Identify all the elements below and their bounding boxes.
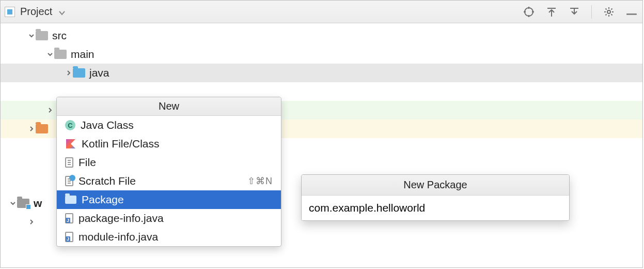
scratch-file-icon (65, 176, 73, 186)
folder-icon (54, 50, 67, 59)
menu-item-package[interactable]: Package (57, 190, 281, 209)
expand-all-icon[interactable] (545, 5, 558, 19)
folder-icon (36, 31, 48, 40)
kotlin-icon (65, 138, 76, 150)
new-package-dialog: New Package (301, 174, 570, 221)
chevron-right-icon[interactable] (27, 219, 36, 225)
menu-item-label: Package (82, 193, 124, 206)
new-context-menu: New C Java Class Kotlin File/Class File … (56, 97, 281, 247)
java-file-icon: J (65, 232, 73, 242)
chevron-right-icon[interactable] (65, 70, 73, 76)
gear-icon[interactable] (602, 5, 616, 19)
project-view-icon[interactable] (5, 7, 15, 17)
menu-item-shortcut: ⇧⌘N (247, 175, 273, 187)
locate-icon[interactable] (522, 5, 536, 19)
folder-icon (36, 124, 48, 133)
module-folder-icon (17, 199, 29, 208)
svg-point-0 (525, 8, 533, 16)
hide-icon[interactable] (625, 5, 638, 19)
menu-item-module-info[interactable]: J module-info.java (57, 228, 281, 246)
tool-window-header: Project (1, 1, 642, 23)
menu-item-kotlin-file[interactable]: Kotlin File/Class (57, 134, 281, 153)
context-menu-title: New (57, 97, 281, 116)
menu-item-file[interactable]: File (57, 153, 281, 172)
chevron-down-icon[interactable] (27, 33, 36, 39)
chevron-right-icon[interactable] (46, 107, 54, 113)
menu-item-label: module-info.java (78, 231, 158, 243)
dialog-title: New Package (302, 175, 569, 196)
tree-node-label: w (34, 197, 42, 210)
package-name-input[interactable] (302, 196, 569, 220)
class-icon: C (65, 120, 75, 130)
dropdown-arrow-icon[interactable] (58, 6, 66, 18)
menu-item-label: Scratch File (78, 175, 136, 187)
svg-point-10 (607, 10, 610, 13)
chevron-right-icon[interactable] (27, 126, 36, 132)
tree-node-src[interactable]: src (1, 26, 642, 45)
menu-item-label: Java Class (81, 119, 134, 131)
java-file-icon: J (65, 213, 73, 223)
collapse-all-icon[interactable] (568, 5, 581, 19)
tree-node-label: src (52, 29, 67, 42)
tree-node-label: main (71, 48, 95, 61)
menu-item-java-class[interactable]: C Java Class (57, 116, 281, 134)
file-icon (65, 157, 73, 168)
project-tool-window: Project (0, 0, 643, 268)
chevron-down-icon[interactable] (9, 200, 17, 206)
toolbar-divider (591, 5, 592, 19)
tree-node-main[interactable]: main (1, 45, 642, 64)
menu-item-package-info[interactable]: J package-info.java (57, 209, 281, 228)
menu-item-label: File (78, 156, 96, 169)
package-icon (65, 196, 76, 204)
tree-node-label: java (89, 67, 109, 79)
chevron-down-icon[interactable] (46, 51, 54, 57)
tool-window-title: Project (20, 6, 52, 18)
source-folder-icon (73, 68, 85, 78)
menu-item-label: Kotlin File/Class (82, 138, 160, 150)
menu-item-label: package-info.java (78, 212, 164, 225)
tree-node-java[interactable]: java (1, 64, 642, 82)
menu-item-scratch-file[interactable]: Scratch File ⇧⌘N (57, 172, 281, 190)
